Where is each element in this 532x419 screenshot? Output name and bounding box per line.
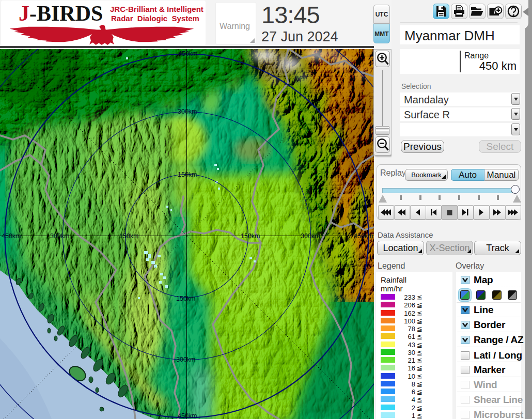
svg-text:150km: 150km — [241, 232, 260, 240]
svg-text:150km: 150km — [119, 232, 139, 240]
svg-text:300km: 300km — [50, 232, 70, 240]
svg-text:300km: 300km — [301, 232, 320, 240]
svg-text:300km: 300km — [178, 108, 197, 115]
svg-text:150km: 150km — [176, 295, 196, 302]
svg-text:450km: 450km — [178, 412, 197, 419]
svg-text:450km: 450km — [2, 232, 21, 240]
svg-text:150km: 150km — [178, 171, 197, 178]
svg-text:450km: 450km — [354, 232, 373, 240]
svg-text:450km: 450km — [178, 50, 198, 57]
svg-text:300km: 300km — [176, 356, 196, 363]
